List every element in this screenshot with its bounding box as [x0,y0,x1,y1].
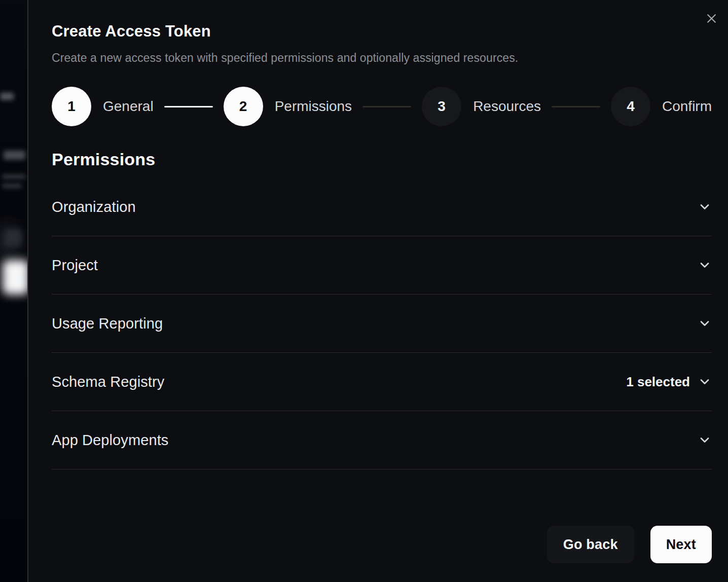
chevron-down-icon [698,200,712,214]
chevron-down-icon [698,375,712,389]
blurred-background-text [2,174,26,179]
dialog-title: Create Access Token [52,0,712,41]
step-confirm[interactable]: 4 Confirm [611,87,712,126]
step-2-circle: 2 [224,87,263,126]
permissions-accordion: Organization Project Usage [52,178,712,469]
permissions-heading: Permissions [52,150,712,169]
stepper-connector-upcoming [552,106,600,107]
close-button[interactable] [703,10,719,26]
accordion-row-controls [698,258,712,272]
step-general[interactable]: 1 General [52,87,154,126]
go-back-button[interactable]: Go back [547,526,634,563]
accordion-row-project[interactable]: Project [52,236,712,295]
accordion-row-schema-registry[interactable]: Schema Registry 1 selected [52,353,712,411]
create-access-token-dialog: Create Access Token Create a new access … [27,0,728,582]
blurred-background-text [4,151,25,160]
accordion-row-controls: 1 selected [626,374,712,390]
chevron-down-icon [698,433,712,447]
dialog-subtitle: Create a new access token with specified… [52,51,712,65]
step-1-label: General [103,98,154,115]
blurred-background-text [2,184,22,188]
chevron-down-icon [698,258,712,272]
next-button[interactable]: Next [650,526,712,563]
accordion-row-controls [698,316,712,331]
accordion-row-organization[interactable]: Organization [52,178,712,236]
accordion-row-controls [698,433,712,447]
step-3-circle: 3 [422,87,461,126]
step-resources[interactable]: 3 Resources [422,87,541,126]
stepper-connector-upcoming [362,106,411,107]
accordion-row-app-deployments[interactable]: App Deployments [52,411,712,469]
blurred-background-text [0,93,14,100]
blurred-background-icon [5,229,22,246]
close-icon [705,12,718,25]
background-page [0,0,28,582]
chevron-down-icon [698,316,712,331]
step-permissions[interactable]: 2 Permissions [224,87,352,126]
screen: Create Access Token Create a new access … [0,0,728,582]
step-2-label: Permissions [275,98,352,115]
step-3-label: Resources [473,98,541,115]
blurred-background-card [3,260,28,295]
step-4-circle: 4 [611,87,650,126]
stepper: 1 General 2 Permissions 3 Resources 4 Co… [52,87,712,126]
accordion-label: Project [52,257,98,274]
accordion-label: Schema Registry [52,374,164,390]
stepper-connector-complete [164,106,213,107]
dialog-footer: Go back Next [52,526,712,563]
accordion-row-usage-reporting[interactable]: Usage Reporting [52,295,712,353]
accordion-row-controls [698,200,712,214]
step-1-circle: 1 [52,87,91,126]
selection-count-badge: 1 selected [626,374,690,390]
accordion-label: Usage Reporting [52,315,163,332]
step-4-label: Confirm [662,98,712,115]
accordion-label: App Deployments [52,432,168,449]
accordion-label: Organization [52,199,136,215]
